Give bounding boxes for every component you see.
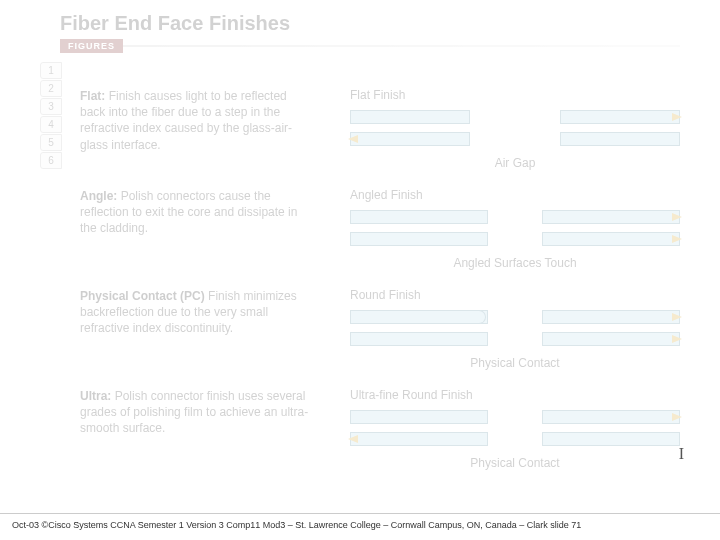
diagram-ultra: Ultra-fine Round Finish Physical Contact: [350, 388, 680, 470]
row-ultra: Ultra: Polish connector finish uses seve…: [80, 388, 680, 470]
row-angle: Angle: Polish connectors cause the refle…: [80, 188, 680, 270]
figure-tabs: 1 2 3 4 5 6: [40, 62, 62, 170]
caption-ultra: Physical Contact: [350, 456, 680, 470]
diagram-pc: Round Finish Physical Contact: [350, 288, 680, 370]
desc-pc: Physical Contact (PC) Finish minimizes b…: [80, 288, 310, 370]
caption-flat: Air Gap: [350, 156, 680, 170]
content-area: Flat: Finish causes light to be reflecte…: [80, 88, 680, 470]
divider: [123, 45, 680, 47]
dia-title-angle: Angled Finish: [350, 188, 680, 202]
desc-flat: Flat: Finish causes light to be reflecte…: [80, 88, 310, 170]
desc-ultra: Ultra: Polish connector finish uses seve…: [80, 388, 310, 470]
figure-tab-5[interactable]: 5: [40, 134, 62, 151]
figure-tab-6[interactable]: 6: [40, 152, 62, 169]
caption-angle: Angled Surfaces Touch: [350, 256, 680, 270]
dia-title-flat: Flat Finish: [350, 88, 680, 102]
text-cursor-icon: I: [679, 445, 684, 463]
figure-tab-4[interactable]: 4: [40, 116, 62, 133]
page-title: Fiber End Face Finishes: [60, 12, 720, 35]
figures-badge: FIGURES: [60, 39, 123, 53]
term-pc: Physical Contact (PC): [80, 289, 205, 303]
caption-pc: Physical Contact: [350, 356, 680, 370]
diagram-flat: Flat Finish Air Gap: [350, 88, 680, 170]
term-flat: Flat:: [80, 89, 105, 103]
body-flat: Finish causes light to be reflected back…: [80, 89, 292, 152]
figure-tab-1[interactable]: 1: [40, 62, 62, 79]
row-pc: Physical Contact (PC) Finish minimizes b…: [80, 288, 680, 370]
row-flat: Flat: Finish causes light to be reflecte…: [80, 88, 680, 170]
slide-footer: Oct-03 ©Cisco Systems CCNA Semester 1 Ve…: [0, 513, 720, 530]
dia-title-ultra: Ultra-fine Round Finish: [350, 388, 680, 402]
desc-angle: Angle: Polish connectors cause the refle…: [80, 188, 310, 270]
dia-title-pc: Round Finish: [350, 288, 680, 302]
body-ultra: Polish connector finish uses several gra…: [80, 389, 308, 435]
diagram-angle: Angled Finish Angled Surfaces Touch: [350, 188, 680, 270]
term-angle: Angle:: [80, 189, 117, 203]
figure-tab-3[interactable]: 3: [40, 98, 62, 115]
figure-tab-2[interactable]: 2: [40, 80, 62, 97]
term-ultra: Ultra:: [80, 389, 111, 403]
